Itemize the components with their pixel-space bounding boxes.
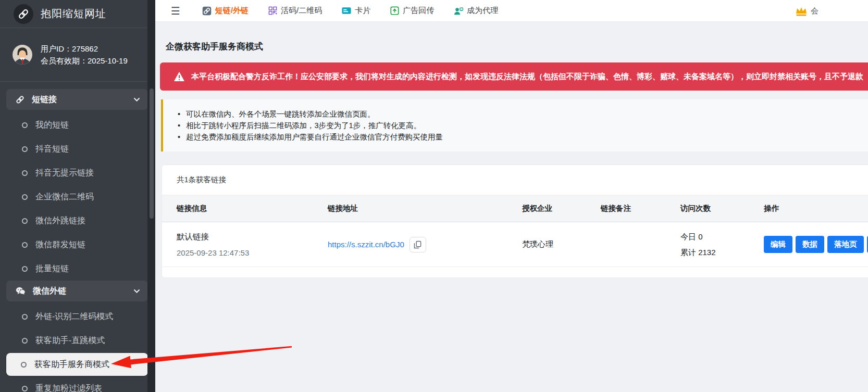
vip-entry[interactable]: 会 [795,0,819,22]
bullet-circle-icon [22,122,28,128]
bullet-circle-icon [22,314,28,320]
sidebar-item-wechat-mass-links[interactable]: 微信群发短链 [0,233,155,257]
col-header-visit-count: 访问次数 [680,204,764,213]
edit-button[interactable]: 编辑 [764,236,792,253]
chain-link-icon [18,8,29,20]
chevron-down-icon [134,289,140,293]
authorized-company: 梵璞心理 [522,239,601,249]
tab-live-qrcode[interactable]: 活码/二维码 [268,6,322,16]
avatar [13,45,32,65]
agent-person-icon [454,7,463,15]
page-content: 企微获客助手服务商模式 本平台积极配合警方反诈工作！应公安部要求，我们将对生成的… [155,22,868,392]
sidebar-item-duplicate-fan-filter[interactable]: 重复加粉过滤列表 [0,376,155,392]
sidebar-item-douyin-short-links[interactable]: 抖音短链 [0,137,155,161]
sidebar-group-wechat-external[interactable]: 微信外链 [6,281,148,301]
tab-short-links[interactable]: 短链/外链 [202,6,249,16]
vip-label: 会 [811,6,819,16]
bullet-circle-icon [22,338,28,344]
group-label: 短链接 [32,94,57,105]
links-count-summary: 共1条获客链接 [162,165,868,195]
col-header-link-remark: 链接备注 [601,204,680,213]
card-icon [342,7,351,15]
bullet-circle-icon [22,194,28,200]
bullet-circle-icon [21,362,27,368]
bullet-circle-icon [22,242,28,248]
alert-text: 本平台积极配合警方反诈工作！应公安部要求，我们将对生成的内容进行检测，如发现违反… [191,72,863,82]
tab-become-agent[interactable]: 成为代理 [454,6,498,16]
col-header-link-info: 链接信息 [177,204,328,213]
visits-today: 今日 0 [680,229,764,245]
scrollbar-thumb[interactable] [150,88,154,219]
main-area: ☰ 短链/外链 活码/二维码 卡片 [155,0,868,392]
col-header-actions: 操作 [764,204,868,213]
bullet-circle-icon [22,146,28,152]
warning-triangle-icon [173,71,185,82]
hamburger-menu-icon[interactable]: ☰ [171,5,180,17]
ad-callback-icon [390,6,399,15]
sidebar-item-douyin-no-prompt[interactable]: 抖音无提示链接 [0,161,155,185]
sidebar-menu: 短链接 我的短链 抖音短链 抖音无提示链接 企业微信二维码 微信外跳链接 微信群… [0,82,155,392]
link-name: 默认链接 [177,232,328,243]
landing-page-button[interactable]: 落地页 [827,236,864,253]
chain-link-icon [16,95,24,104]
bullet-circle-icon [22,386,28,391]
short-link-url[interactable]: https://s.szzit.cn/bGJ0 [328,240,404,249]
group-label: 微信外链 [33,286,66,297]
sidebar-item-assistant-provider-mode[interactable]: 获客助手服务商模式 [6,353,148,376]
sidebar-item-wecom-qrcode[interactable]: 企业微信二维码 [0,185,155,209]
wechat-icon [16,287,26,295]
feature-tips-box: 可以在微信内、外各个场景一键跳转添加企业微信页面。 相比于跳转小程序后扫描二维码… [161,99,868,151]
brand-title: 抱阳缩短网址 [41,7,106,21]
bullet-circle-icon [22,218,28,224]
user-info: 用户ID：275862 会员有效期：2025-10-19 [0,28,155,82]
col-header-authorized-company: 授权企业 [522,204,601,213]
table-row: 默认链接 2025-09-23 12:47:53 https://s.szzit… [162,222,868,267]
top-tabs: 短链/外链 活码/二维码 卡片 广告回传 [202,6,498,16]
sidebar-item-my-short-links[interactable]: 我的短链 [0,113,155,137]
sidebar-scrollbar[interactable] [147,0,155,392]
top-navbar: ☰ 短链/外链 活码/二维码 卡片 [155,0,868,22]
sidebar-item-external-qr-mode[interactable]: 外链-识别二维码模式 [0,305,155,328]
tip-item: 相比于跳转小程序后扫描二维码添加，3步变为了1步，推广转化更高。 [177,120,868,131]
sidebar: 抱阳缩短网址 用户ID：275862 会员有效期：2025-10-19 [0,0,155,392]
copy-icon [414,241,421,249]
tab-ad-callback[interactable]: 广告回传 [390,6,434,16]
sidebar-group-short-links[interactable]: 短链接 [6,89,148,110]
table-header-row: 链接信息 链接地址 授权企业 链接备注 访问次数 操作 [162,195,868,222]
chain-link-icon [202,6,212,16]
sidebar-item-wechat-external-jump[interactable]: 微信外跳链接 [0,209,155,233]
bullet-circle-icon [22,170,28,176]
tip-item: 可以在微信内、外各个场景一键跳转添加企业微信页面。 [177,108,868,120]
tab-cards[interactable]: 卡片 [342,6,370,16]
brand-logo [14,4,33,24]
brand: 抱阳缩短网址 [0,0,155,28]
tip-item: 超过免费添加额度后继续添加用户需要自行通过企业微信官方付费购买使用量 [177,131,868,143]
user-id: 用户ID：275862 [41,43,128,55]
col-header-link-url: 链接地址 [328,204,522,213]
sidebar-item-assistant-direct-mode[interactable]: 获客助手-直跳模式 [0,328,155,352]
anti-fraud-alert-banner: 本平台积极配合警方反诈工作！应公安部要求，我们将对生成的内容进行检测，如发现违反… [160,62,868,91]
sidebar-item-batch-short-links[interactable]: 批量短链 [0,257,155,281]
chevron-down-icon [134,98,140,102]
visits-total: 累计 2132 [680,245,764,260]
membership-expiry: 会员有效期：2025-10-19 [41,55,128,67]
link-created-time: 2025-09-23 12:47:53 [177,248,328,257]
page-title: 企微获客助手服务商模式 [155,22,868,53]
data-button[interactable]: 数据 [796,236,824,253]
crown-icon [795,6,808,16]
links-card: 共1条获客链接 链接信息 链接地址 授权企业 链接备注 访问次数 操作 默认链接… [162,165,868,278]
copy-link-button[interactable] [410,237,426,252]
bullet-circle-icon [22,266,28,272]
qr-code-icon [268,6,277,15]
